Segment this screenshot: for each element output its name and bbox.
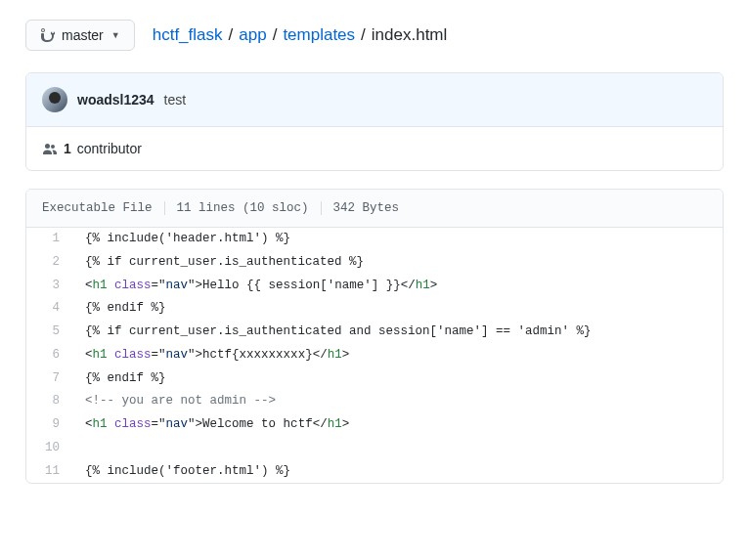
line-number[interactable]: 9 [26, 413, 73, 437]
code-line: <h1 class="nav">Hello {{ session['name']… [73, 275, 723, 298]
code-line [73, 437, 723, 460]
avatar[interactable] [42, 87, 67, 112]
contributors-bar: 1 contributor [26, 127, 723, 170]
commit-author-link[interactable]: woadsl1234 [77, 92, 154, 108]
file-header-row: master ▼ hctf_flask / app / templates / … [25, 20, 724, 51]
line-number[interactable]: 7 [26, 367, 73, 391]
commit-bar: woadsl1234 test [26, 73, 723, 127]
code-line: <!-- you are not admin --> [73, 390, 723, 413]
code-line: {% endif %} [73, 297, 723, 321]
commit-message: test [164, 92, 187, 108]
caret-down-icon: ▼ [111, 30, 120, 40]
contributor-count: 1 [64, 141, 71, 156]
breadcrumb-sep: / [361, 25, 366, 45]
file-size-label: 342 Bytes [322, 201, 412, 215]
breadcrumb-current: index.html [372, 25, 447, 45]
line-number[interactable]: 8 [26, 390, 73, 413]
branch-select-button[interactable]: master ▼ [25, 20, 135, 51]
line-number[interactable]: 11 [26, 460, 73, 484]
code-line: <h1 class="nav">Welcome to hctf</h1> [73, 413, 723, 437]
commit-box: woadsl1234 test 1 contributor [25, 72, 724, 171]
line-number[interactable]: 4 [26, 297, 73, 321]
breadcrumb: hctf_flask / app / templates / index.htm… [153, 25, 448, 45]
file-box: Executable File 11 lines (10 sloc) 342 B… [25, 189, 724, 484]
breadcrumb-link-app[interactable]: app [239, 25, 266, 45]
code-line: {% endif %} [73, 367, 723, 391]
line-number[interactable]: 10 [26, 437, 73, 460]
people-icon [42, 141, 58, 156]
code-line: {% if current_user.is_authenticated and … [73, 321, 723, 344]
line-number[interactable]: 1 [26, 228, 73, 251]
file-lines-label: 11 lines (10 sloc) [165, 201, 322, 215]
code-line: {% include('footer.html') %} [73, 460, 723, 484]
breadcrumb-root-link[interactable]: hctf_flask [153, 25, 223, 45]
branch-label: master [62, 27, 104, 43]
code-table: 1{% include('header.html') %} 2{% if cur… [26, 228, 723, 483]
code-line: {% if current_user.is_authenticated %} [73, 251, 723, 275]
line-number[interactable]: 2 [26, 251, 73, 275]
code-line: {% include('header.html') %} [73, 228, 723, 251]
file-info-header: Executable File 11 lines (10 sloc) 342 B… [26, 190, 723, 228]
breadcrumb-sep: / [273, 25, 278, 45]
line-number[interactable]: 5 [26, 321, 73, 344]
contributor-label: contributor [77, 141, 142, 156]
file-mode-label: Executable File [38, 201, 165, 215]
breadcrumb-link-templates[interactable]: templates [283, 25, 355, 45]
line-number[interactable]: 3 [26, 275, 73, 298]
breadcrumb-sep: / [229, 25, 234, 45]
git-branch-icon [40, 27, 56, 43]
code-line: <h1 class="nav">hctf{xxxxxxxxx}</h1> [73, 344, 723, 367]
line-number[interactable]: 6 [26, 344, 73, 367]
